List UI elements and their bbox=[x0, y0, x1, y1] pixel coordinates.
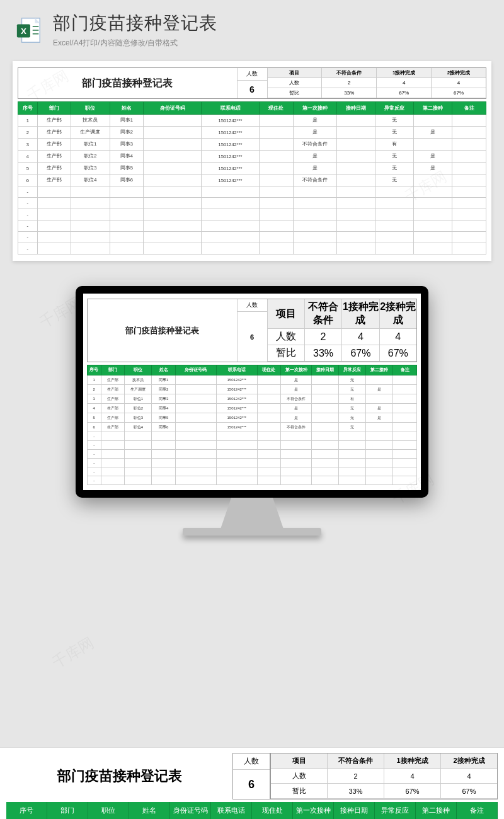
table-row-empty: - bbox=[18, 232, 486, 243]
cell-date bbox=[336, 151, 375, 163]
cell-date bbox=[336, 175, 375, 186]
cell-v2: 是 bbox=[366, 413, 393, 423]
cell-v2: 是 bbox=[366, 385, 393, 394]
cell-dept: 生产部 bbox=[37, 151, 71, 163]
stat-value: 33% bbox=[305, 345, 342, 362]
column-header: 职位 bbox=[88, 802, 129, 819]
cell-v2 bbox=[414, 175, 452, 186]
page-title: 部门疫苗接种登记表 bbox=[53, 11, 490, 35]
stat-value: 2 bbox=[328, 769, 384, 784]
cell-react: 无 bbox=[338, 404, 365, 413]
stat-label: 人数 bbox=[268, 78, 323, 88]
cell-phone: 1501242*** bbox=[216, 404, 257, 413]
cell-seq: - bbox=[18, 198, 38, 209]
cell-react: 无 bbox=[375, 127, 413, 139]
stat-header: 2接种完成 bbox=[432, 68, 486, 78]
cell-seq: 2 bbox=[88, 385, 101, 394]
stat-header: 不符合条件 bbox=[328, 753, 384, 769]
cell-v2 bbox=[366, 423, 393, 432]
cell-phone: 1501242*** bbox=[202, 163, 260, 175]
stat-value: 67% bbox=[384, 784, 441, 799]
spreadsheet-preview: 部门疫苗接种登记表 人数 6 项目不符合条件1接种完成2接种完成 人数244 暂… bbox=[13, 61, 491, 261]
cell-dept: 生产部 bbox=[101, 375, 125, 385]
cell-v1: 不符合条件 bbox=[293, 175, 336, 186]
cell-seq: 4 bbox=[88, 404, 101, 413]
cell-name: 同事6 bbox=[110, 175, 144, 186]
cell-note bbox=[393, 375, 417, 385]
page-subtitle: Excel/A4打印/内容随意修改/自带格式 bbox=[53, 38, 490, 49]
column-header: 第一次接种 bbox=[293, 102, 336, 115]
stat-value: 67% bbox=[342, 345, 379, 362]
column-header: 身份证号码 bbox=[144, 102, 202, 115]
stat-people-value: 6 bbox=[233, 770, 270, 799]
cell-pos: 技术员 bbox=[71, 115, 110, 127]
column-header: 现住处 bbox=[252, 802, 293, 819]
cell-id bbox=[144, 139, 202, 151]
cell-name: 同事4 bbox=[152, 404, 176, 413]
stat-header: 1接种完成 bbox=[377, 68, 432, 78]
table-row: 5 生产部 职位3 同事5 1501242*** 是 无 是 bbox=[88, 413, 417, 423]
cell-v1: 是 bbox=[281, 404, 312, 413]
column-header: 第一次接种 bbox=[293, 802, 334, 819]
stat-value: 4 bbox=[441, 769, 497, 784]
cell-name: 同事2 bbox=[152, 385, 176, 394]
cell-v2: 是 bbox=[414, 151, 452, 163]
cell-id bbox=[144, 163, 202, 175]
cell-seq: - bbox=[18, 186, 38, 198]
svg-text:X: X bbox=[21, 26, 26, 35]
cell-date bbox=[336, 115, 375, 127]
table-row: 1 生产部 技术员 同事1 1501242*** 是 无 bbox=[88, 375, 417, 385]
column-header: 序号 bbox=[18, 102, 38, 115]
cell-addr bbox=[259, 139, 293, 151]
table-row-empty: - bbox=[88, 441, 417, 450]
cell-react: 无 bbox=[338, 423, 365, 432]
cell-dept: 生产部 bbox=[37, 115, 71, 127]
cell-phone: 1501242*** bbox=[216, 394, 257, 404]
cell-v2: 是 bbox=[414, 127, 452, 139]
column-header: 接种日期 bbox=[334, 802, 375, 819]
cell-addr bbox=[259, 115, 293, 127]
cell-v1: 是 bbox=[293, 163, 336, 175]
cell-name: 同事1 bbox=[110, 115, 144, 127]
table-row: 5 生产部 职位3 同事5 1501242*** 是 无 是 bbox=[18, 163, 486, 175]
cell-dept: 生产部 bbox=[37, 163, 71, 175]
cell-id bbox=[144, 115, 202, 127]
cell-dept: 生产部 bbox=[101, 423, 125, 432]
cell-seq: - bbox=[88, 459, 101, 467]
sheet-title: 部门疫苗接种登记表 bbox=[18, 68, 238, 98]
table-row: 4 生产部 职位2 同事4 1501242*** 是 无 是 bbox=[18, 151, 486, 163]
stat-label: 暂比 bbox=[268, 88, 323, 98]
column-header: 姓名 bbox=[129, 802, 170, 819]
cell-note bbox=[452, 115, 486, 127]
cell-phone: 1501242*** bbox=[216, 385, 257, 394]
stat-value: 2 bbox=[322, 78, 377, 88]
cell-name: 同事3 bbox=[152, 394, 176, 404]
stat-header: 1接种完成 bbox=[384, 753, 441, 769]
stat-label: 人数 bbox=[268, 329, 305, 345]
cell-pos: 职位1 bbox=[125, 394, 152, 404]
column-header: 第二接种 bbox=[366, 365, 393, 375]
cell-name: 同事1 bbox=[152, 375, 176, 385]
stat-header: 项目 bbox=[268, 68, 323, 78]
cell-date bbox=[336, 139, 375, 151]
cell-react: 无 bbox=[375, 151, 413, 163]
stat-label: 暂比 bbox=[268, 345, 305, 362]
cell-note bbox=[452, 127, 486, 139]
cell-addr bbox=[259, 175, 293, 186]
stat-people-label: 人数 bbox=[233, 753, 270, 770]
cell-phone: 1501242*** bbox=[216, 423, 257, 432]
cell-v1: 是 bbox=[293, 127, 336, 139]
cell-name: 同事6 bbox=[152, 423, 176, 432]
table-row: 6 生产部 职位4 同事6 1501242*** 不符合条件 无 bbox=[18, 175, 486, 186]
cell-pos: 职位1 bbox=[71, 139, 110, 151]
cell-seq: 6 bbox=[18, 175, 38, 186]
cell-addr bbox=[257, 413, 281, 423]
cell-v2 bbox=[414, 115, 452, 127]
column-header: 异常反应 bbox=[338, 365, 365, 375]
sheet-title: 部门疫苗接种登记表 bbox=[6, 753, 232, 799]
column-header: 序号 bbox=[6, 802, 47, 819]
cell-dept: 生产部 bbox=[101, 413, 125, 423]
cell-date bbox=[311, 385, 338, 394]
cell-seq: - bbox=[88, 450, 101, 459]
cell-id bbox=[176, 413, 217, 423]
